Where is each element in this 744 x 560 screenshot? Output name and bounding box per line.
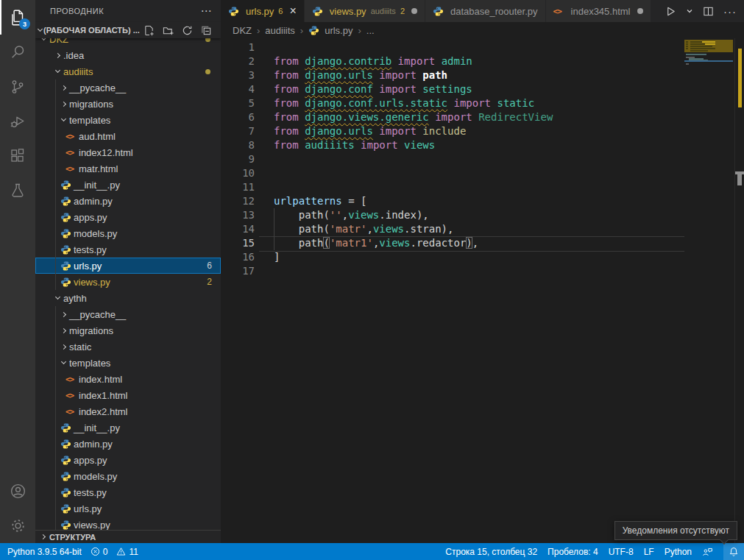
code-line-5[interactable]: 5from django.conf.urls.static import sta… [221,96,684,110]
account-icon[interactable] [0,474,35,508]
tree-file-views.py[interactable]: views.py [35,517,221,530]
code-line-12[interactable]: 12urlpatterns = [ [221,194,684,208]
statusbar-problems-warnings[interactable]: 11 [116,543,138,560]
explorer-icon[interactable]: 3 [0,0,35,35]
tree-folder-.idea[interactable]: .idea [35,47,221,63]
tree-file-apps.py[interactable]: apps.py [35,452,221,468]
run-dropdown-icon[interactable] [686,7,693,15]
run-and-debug-icon[interactable] [0,104,35,138]
statusbar-cursor-position[interactable]: Строка 15, столбец 32 [445,543,537,560]
editor-tab-urls.py[interactable]: urls.py6× [221,0,305,22]
tree-file-tests.py[interactable]: tests.py [35,484,221,500]
split-editor-icon[interactable] [703,6,714,17]
code-line-4[interactable]: 4from django.conf import settings [221,82,684,96]
tree-file-__init__.py[interactable]: __init__.py [35,419,221,436]
tree-file-admin.py[interactable]: admin.py [35,436,221,452]
code-editor[interactable]: 12from django.contrib import admin3from … [221,38,744,543]
tree-file-matr.html[interactable]: <>matr.html [35,160,221,177]
testing-icon[interactable] [0,173,35,208]
new-folder-icon[interactable] [163,25,174,36]
code-line-11[interactable]: 11 [221,180,684,194]
tree-file-__init__.py[interactable]: __init__.py [35,177,221,193]
tree-file-apps.py[interactable]: apps.py [35,209,221,225]
statusbar-problems-errors[interactable]: 0 [91,543,108,560]
line-number: 1 [221,40,255,54]
code-line-1[interactable]: 1 [221,40,684,54]
editor-tab-index345.html[interactable]: <>index345.html [546,0,651,22]
code-line-16[interactable]: 16] [221,250,684,264]
tree-file-index2.html[interactable]: <>index2.html [35,403,221,419]
extensions-icon[interactable] [0,138,35,173]
workspace-section-header[interactable]: (РАБОЧАЯ ОБЛАСТЬ) ... [35,22,221,38]
tree-folder-aythh[interactable]: aythh [35,290,221,306]
tree-folder-__pycache__[interactable]: __pycache__ [35,79,221,96]
chevron-right-icon [40,534,46,539]
code-line-7[interactable]: 7from django.urls import include [221,124,684,138]
source-control-icon[interactable] [0,69,35,104]
code-line-2[interactable]: 2from django.contrib import admin [221,54,684,68]
code-line-8[interactable]: 8from audiiits import views [221,138,684,152]
editor-scrollbar[interactable] [734,38,744,543]
tree-file-tests.py[interactable]: tests.py [35,241,221,258]
tree-file-models.py[interactable]: models.py [35,225,221,241]
statusbar-language-mode[interactable]: Python [665,543,692,560]
code-line-14[interactable]: 14 path('matr',views.stran), [221,222,684,236]
statusbar-eol[interactable]: LF [644,543,654,560]
tree-item-label: migrations [69,325,113,336]
tree-folder-static[interactable]: static [35,339,221,355]
breadcrumb-item-urls.py[interactable]: urls.py [308,25,352,36]
breadcrumb-item-DKZ[interactable]: DKZ [233,25,252,36]
code-line-13[interactable]: 13 path('',views.index), [221,208,684,222]
tree-folder-migrations[interactable]: migrations [35,322,221,339]
chevron-down-icon [55,68,60,73]
refresh-icon[interactable] [182,25,193,36]
explorer-more-actions[interactable]: ⋯ [201,4,213,18]
search-icon[interactable] [0,35,35,69]
tree-file-urls.py[interactable]: urls.py [35,500,221,517]
breadcrumb-item-...[interactable]: ... [366,25,375,36]
statusbar-encoding[interactable]: UTF-8 [609,543,634,560]
code-line-3[interactable]: 3from django.urls import path [221,68,684,82]
statusbar-python-interpreter[interactable]: Python 3.9.5 64-bit [7,543,82,560]
settings-gear-icon[interactable] [0,508,35,543]
editor-tab-database_roouter.py[interactable]: database_roouter.py [425,0,546,22]
collapse-folders-icon[interactable] [201,25,212,36]
tree-folder-templates[interactable]: templates [35,112,221,128]
tree-file-index1.html[interactable]: <>index1.html [35,387,221,403]
tree-file-index12.html[interactable]: <>index12.html [35,144,221,160]
tree-file-views.py[interactable]: views.py2 [35,274,221,290]
tree-folder-__pycache__[interactable]: __pycache__ [35,306,221,322]
statusbar-indentation[interactable]: Пробелов: 4 [548,543,598,560]
tree-folder-templates[interactable]: templates [35,355,221,371]
tree-folder-audiiits[interactable]: audiiits [35,63,221,79]
tree-file-admin.py[interactable]: admin.py [35,193,221,209]
new-file-icon[interactable] [144,25,155,36]
code-line-9[interactable]: 9 [221,152,684,166]
code-line-6[interactable]: 6from django.views.generic import Redire… [221,110,684,124]
code-line-17[interactable]: 17 [221,264,684,278]
code-line-10[interactable]: 10 [221,166,684,180]
tree-folder-migrations[interactable]: migrations [35,96,221,112]
tree-file-models.py[interactable]: models.py [35,468,221,484]
modified-dot-icon[interactable] [411,8,417,14]
tree-file-urls.py[interactable]: urls.py6 [35,258,221,274]
tree-file-index.html[interactable]: <>index.html [35,371,221,387]
tree-file-aud.html[interactable]: <>aud.html [35,128,221,144]
tree-item-label: static [69,341,91,352]
tree-item-label: templates [69,358,110,369]
more-icon[interactable]: ··· [723,5,737,18]
run-icon[interactable] [665,6,676,17]
minimap[interactable] [684,38,734,543]
statusbar-notifications[interactable] [723,543,744,560]
statusbar-feedback[interactable] [702,543,713,560]
editor-tab-views.py[interactable]: views.pyaudiiits2 [305,0,425,22]
breadcrumb-item-audiiits[interactable]: audiiits [265,25,294,36]
tree-folder-DKZ[interactable]: DKZ [35,38,221,47]
chevron-right-icon [55,52,60,57]
line-number: 6 [221,110,255,124]
outline-section-header[interactable]: СТРУКТУРА [35,530,221,543]
close-icon[interactable]: × [289,5,296,17]
modified-dot-icon[interactable] [637,8,643,14]
code-line-15[interactable]: 15 path('matr1',views.redactor), [221,236,684,250]
breadcrumb-separator: › [300,25,303,36]
